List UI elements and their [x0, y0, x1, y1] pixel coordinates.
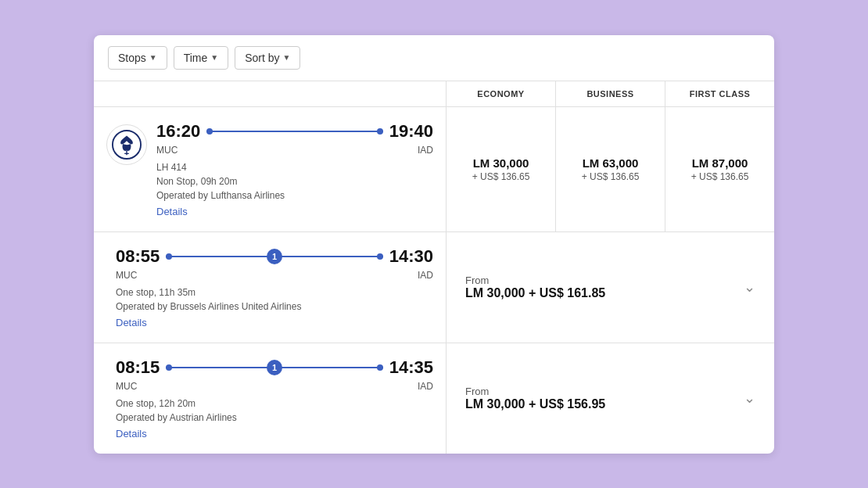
flight-meta: LH 414 Non Stop, 09h 20m Operated by Luf… [156, 160, 433, 203]
flight-duration: One stop, 11h 35m [116, 285, 433, 300]
route-dot-left [166, 364, 172, 371]
arrive-time: 14:35 [389, 357, 433, 378]
route-dot-right [377, 364, 383, 371]
economy-price-sub: + US$ 136.65 [472, 171, 530, 182]
sort-filter-label: Sort by [245, 52, 279, 64]
route-dot-left [166, 253, 172, 260]
flight-details: 08:55 1 14:30 MUC IAD One stop, [116, 246, 433, 328]
flight-meta: One stop, 11h 35m Operated by Brussels A… [116, 285, 433, 314]
first-price-sub: + US$ 136.65 [691, 171, 749, 182]
flight-operator: Operated by Brussels Airlines United Air… [116, 300, 433, 314]
from-value: LM 30,000 + US$ 156.95 [465, 397, 605, 411]
from-label: From [465, 386, 605, 397]
first-price-cell: LM 87,000 + US$ 136.65 [665, 107, 774, 231]
business-price-sub: + US$ 136.65 [582, 171, 640, 182]
flight-row: 08:55 1 14:30 MUC IAD One stop, [94, 232, 774, 343]
business-price-cell: LM 63,000 + US$ 136.65 [555, 107, 665, 231]
filter-bar: Stops ▼ Time ▼ Sort by ▼ [94, 35, 774, 81]
time-chevron-icon: ▼ [210, 53, 218, 62]
expand-chevron-icon[interactable]: ⌄ [744, 389, 755, 407]
flight-meta: One stop, 12h 20m Operated by Austrian A… [116, 396, 433, 425]
time-filter-label: Time [184, 52, 208, 64]
expanded-price-cell: From LM 30,000 + US$ 161.85 ⌄ [446, 232, 774, 343]
depart-time: 16:20 [156, 121, 200, 142]
stop-badge: 1 [267, 360, 282, 375]
flight-results-card: Stops ▼ Time ▼ Sort by ▼ ECONOMY BUSINES… [94, 35, 774, 454]
arrive-time: 19:40 [389, 121, 433, 142]
stops-chevron-icon: ▼ [149, 53, 157, 62]
flight-duration: One stop, 12h 20m [116, 396, 433, 411]
details-link[interactable]: Details [116, 317, 433, 328]
expand-chevron-icon[interactable]: ⌄ [744, 278, 755, 296]
flight-number: LH 414 [156, 160, 433, 174]
route-line [206, 124, 382, 139]
route-line: 1 [166, 249, 382, 264]
airport-codes: MUC IAD [156, 145, 433, 156]
sort-chevron-icon: ▼ [283, 53, 291, 62]
economy-col-header: ECONOMY [446, 81, 555, 106]
first-price-main: LM 87,000 [692, 156, 748, 170]
flight-operator: Operated by Austrian Airlines [116, 411, 433, 425]
route-track: 1 [166, 367, 382, 368]
route-track [206, 131, 382, 132]
depart-airport: MUC [156, 145, 178, 156]
flight-times: 08:55 1 14:30 [116, 246, 433, 267]
arrive-time: 14:30 [389, 246, 433, 267]
airport-codes: MUC IAD [116, 270, 433, 281]
from-label: From [465, 274, 605, 286]
sort-filter-button[interactable]: Sort by ▼ [235, 46, 300, 70]
arrive-airport: IAD [418, 381, 433, 392]
flight-row: 16:20 19:40 MUC IAD LH 414 Non Stop, [94, 107, 774, 232]
expanded-price-cell: From LM 30,000 + US$ 156.95 ⌄ [446, 343, 774, 454]
details-link[interactable]: Details [156, 206, 433, 217]
depart-time: 08:15 [116, 357, 160, 378]
results-header: ECONOMY BUSINESS FIRST CLASS [94, 81, 774, 107]
route-dot-right [377, 253, 383, 260]
arrive-airport: IAD [418, 270, 433, 281]
lufthansa-logo-icon [112, 130, 142, 160]
stop-badge: 1 [267, 249, 282, 264]
economy-price-cell: LM 30,000 + US$ 136.65 [446, 107, 555, 231]
business-col-header: BUSINESS [555, 81, 665, 106]
from-price: From LM 30,000 + US$ 161.85 [465, 274, 605, 300]
airport-codes: MUC IAD [116, 381, 433, 392]
flight-times: 08:15 1 14:35 [116, 357, 433, 378]
flight-operator: Operated by Lufthansa Airlines [156, 188, 433, 203]
flight-info: 08:55 1 14:30 MUC IAD One stop, [94, 232, 446, 343]
first-class-col-header: FIRST CLASS [665, 81, 774, 106]
route-line: 1 [166, 360, 382, 375]
time-filter-button[interactable]: Time ▼ [174, 46, 229, 70]
depart-time: 08:55 [116, 246, 160, 267]
business-price-main: LM 63,000 [583, 156, 639, 170]
details-link[interactable]: Details [116, 428, 433, 440]
route-dot-right [377, 128, 383, 135]
route-dot-left [206, 128, 213, 135]
flight-row: 08:15 1 14:35 MUC IAD One stop, [94, 343, 774, 454]
route-track: 1 [166, 256, 382, 257]
economy-price-main: LM 30,000 [473, 156, 529, 170]
stops-filter-label: Stops [118, 52, 146, 64]
from-price: From LM 30,000 + US$ 156.95 [465, 386, 605, 411]
depart-airport: MUC [116, 381, 137, 392]
from-value: LM 30,000 + US$ 161.85 [465, 286, 605, 300]
flight-info: 16:20 19:40 MUC IAD LH 414 Non Stop, [94, 107, 446, 231]
flight-duration: Non Stop, 09h 20m [156, 174, 433, 188]
flight-details: 16:20 19:40 MUC IAD LH 414 Non Stop, [156, 121, 433, 217]
arrive-airport: IAD [418, 145, 433, 156]
stops-filter-button[interactable]: Stops ▼ [108, 46, 167, 70]
flight-details: 08:15 1 14:35 MUC IAD One stop, [116, 357, 433, 440]
flight-col-empty [94, 81, 446, 106]
flight-info: 08:15 1 14:35 MUC IAD One stop, [94, 343, 446, 454]
depart-airport: MUC [116, 270, 137, 281]
airline-logo [106, 124, 147, 165]
flight-times: 16:20 19:40 [156, 121, 433, 142]
